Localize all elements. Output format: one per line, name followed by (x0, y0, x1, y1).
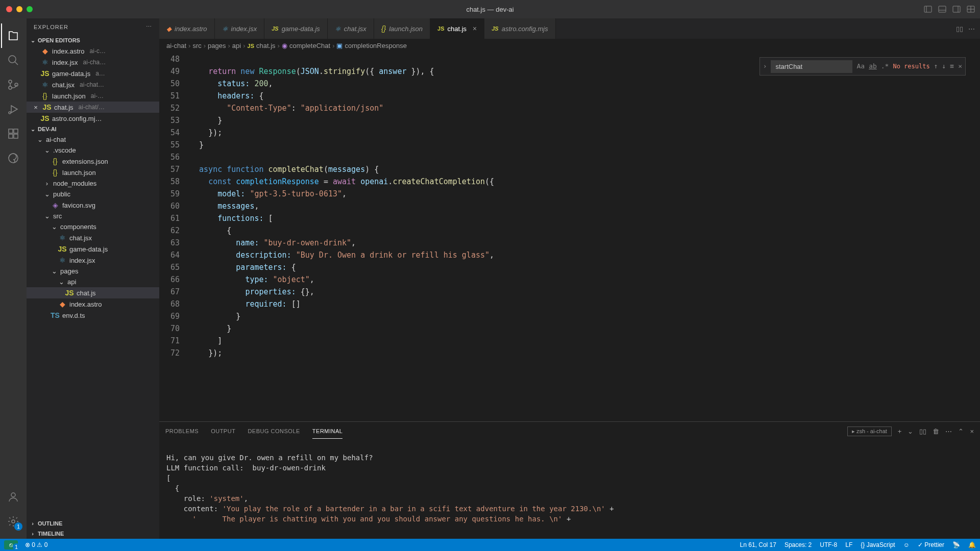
code-lines[interactable]: return new Response(JSON.stringify({ ans… (190, 53, 980, 421)
new-terminal-icon[interactable]: + (898, 428, 902, 435)
file-item[interactable]: ⚛index.jsx (27, 255, 159, 266)
folder-item[interactable]: ⌄ai-chat (27, 134, 159, 145)
prettier-status[interactable]: ✓ Prettier (918, 541, 944, 548)
file-item[interactable]: ◆index.astro (27, 298, 159, 310)
sidebar-header: EXPLORER ⋯ (27, 18, 159, 35)
edge-devtools-icon[interactable] (1, 146, 26, 170)
more-terminal-icon[interactable]: ⋯ (945, 428, 952, 435)
tab-astro-config[interactable]: JSastro.config.mjs (484, 18, 556, 39)
open-editor-item[interactable]: JSgame-data.jsa… (27, 68, 159, 79)
eol[interactable]: LF (845, 541, 852, 548)
indentation[interactable]: Spaces: 2 (785, 541, 812, 548)
toggle-panel-bottom-icon[interactable] (938, 5, 946, 13)
debug-console-tab[interactable]: DEBUG CONSOLE (248, 424, 300, 438)
astro-file-icon: ◆ (58, 300, 66, 308)
errors-warnings[interactable]: ⊗ 0 ⚠ 0 (25, 541, 47, 548)
sidebar-more-icon[interactable]: ⋯ (146, 23, 152, 30)
problems-tab[interactable]: PROBLEMS (165, 424, 199, 438)
open-editor-item[interactable]: ◆index.astroai-c… (27, 45, 159, 57)
cursor-position[interactable]: Ln 61, Col 17 (740, 541, 776, 548)
match-word-icon[interactable]: ab (869, 60, 877, 72)
js-file-icon: JS (248, 43, 254, 49)
breadcrumbs[interactable]: ai-chat› src› pages› api› JS chat.js› ◉ … (159, 39, 980, 53)
search-icon[interactable] (1, 48, 26, 72)
more-actions-icon[interactable]: ⋯ (968, 25, 975, 33)
extensions-icon[interactable] (1, 121, 26, 146)
file-item[interactable]: {}launch.json (27, 167, 159, 178)
folder-item[interactable]: ›node_modules (27, 178, 159, 189)
kill-terminal-icon[interactable]: 🗑 (933, 428, 939, 435)
find-expand-icon[interactable]: › (763, 60, 767, 72)
tab-game-data[interactable]: JSgame-data.js (264, 18, 328, 39)
panel-tabs: PROBLEMS OUTPUT DEBUG CONSOLE TERMINAL ▸… (159, 422, 980, 440)
toggle-panel-right-icon[interactable] (952, 5, 961, 13)
prev-match-icon[interactable]: ↑ (934, 60, 938, 72)
open-editor-item[interactable]: {}launch.jsonai-… (27, 90, 159, 102)
open-editor-item[interactable]: JSastro.config.mj… (27, 113, 159, 124)
notifications-icon[interactable]: 🔔 (968, 541, 976, 548)
open-editor-item[interactable]: ×JSchat.jsai-chat/… (27, 102, 159, 113)
file-item[interactable]: ⚛chat.jsx (27, 232, 159, 243)
folder-item[interactable]: ⌄.vscode (27, 145, 159, 156)
open-editor-item[interactable]: ⚛index.jsxai-cha… (27, 57, 159, 68)
close-icon[interactable]: × (32, 104, 40, 111)
close-find-icon[interactable]: × (958, 60, 962, 72)
tweet-feedback-icon[interactable]: 📡 (952, 541, 960, 548)
tab-index-jsx[interactable]: ⚛index.jsx (215, 18, 265, 39)
settings-gear-icon[interactable]: 1 (1, 509, 26, 534)
open-editors-section[interactable]: ⌄ OPEN EDITORS (27, 35, 159, 45)
folder-item[interactable]: ⌄pages (27, 266, 159, 277)
run-debug-icon[interactable] (1, 97, 26, 121)
editor-area: ◆index.astro ⚛index.jsx JSgame-data.js ⚛… (159, 18, 980, 539)
tab-index-astro[interactable]: ◆index.astro (159, 18, 215, 39)
source-control-icon[interactable] (1, 72, 26, 97)
split-terminal-icon[interactable]: ▯▯ (919, 428, 926, 435)
folder-item[interactable]: ⌄public (27, 189, 159, 199)
file-item[interactable]: {}extensions.json (27, 156, 159, 167)
match-case-icon[interactable]: Aa (856, 60, 865, 72)
close-tab-icon[interactable]: × (473, 24, 477, 33)
next-match-icon[interactable]: ↓ (942, 60, 946, 72)
editor-content[interactable]: › Aa ab .* No results ↑ ↓ ≡ × 4849505152… (159, 53, 980, 421)
file-item[interactable]: TSenv.d.ts (27, 310, 159, 321)
tab-chat-js[interactable]: JSchat.js× (430, 18, 484, 39)
tab-launch-json[interactable]: {}launch.json (374, 18, 430, 39)
customize-layout-icon[interactable] (967, 5, 975, 13)
language-mode[interactable]: {} JavaScript (861, 541, 895, 548)
terminal-content[interactable]: Hi, can you give Dr. owen a refill on my… (159, 440, 980, 539)
explorer-icon[interactable] (1, 23, 26, 48)
outline-section[interactable]: › OUTLINE (27, 518, 159, 529)
terminal-dropdown-icon[interactable]: ⌄ (908, 428, 913, 435)
file-item[interactable]: JSgame-data.js (27, 243, 159, 255)
close-panel-icon[interactable]: × (970, 428, 974, 435)
timeline-section[interactable]: › TIMELINE (27, 529, 159, 539)
jsx-file-icon: ⚛ (41, 58, 49, 66)
file-item[interactable]: JSchat.js (27, 287, 159, 298)
accounts-icon[interactable] (1, 485, 26, 509)
bottom-panel: PROBLEMS OUTPUT DEBUG CONSOLE TERMINAL ▸… (159, 421, 980, 539)
remote-indicator[interactable]: ⎋ (4, 540, 18, 549)
file-item[interactable]: ◈favicon.svg (27, 199, 159, 211)
open-editor-item[interactable]: ⚛chat.jsxai-chat… (27, 79, 159, 90)
window-title: chat.js — dev-ai (466, 6, 513, 13)
split-editor-icon[interactable]: ▯▯ (956, 25, 963, 33)
minimize-window[interactable] (16, 6, 22, 12)
regex-icon[interactable]: .* (881, 60, 889, 72)
project-section[interactable]: ⌄ DEV-AI (27, 124, 159, 134)
folder-item[interactable]: ⌄api (27, 277, 159, 287)
find-in-selection-icon[interactable]: ≡ (950, 60, 954, 72)
folder-item[interactable]: ⌄components (27, 221, 159, 232)
tab-chat-jsx[interactable]: ⚛chat.jsx (328, 18, 374, 39)
output-tab[interactable]: OUTPUT (211, 424, 235, 438)
folder-item[interactable]: ⌄src (27, 211, 159, 221)
toggle-panel-left-icon[interactable] (924, 5, 932, 13)
terminal-shell-label[interactable]: ▸ zsh - ai-chat (847, 427, 892, 436)
encoding[interactable]: UTF-8 (820, 541, 837, 548)
find-input[interactable] (771, 60, 852, 73)
terminal-tab[interactable]: TERMINAL (312, 424, 343, 439)
chevron-right-icon: › (44, 181, 50, 187)
maximize-panel-icon[interactable]: ⌃ (958, 428, 964, 435)
feedback-icon[interactable]: ☺ (903, 541, 910, 548)
maximize-window[interactable] (27, 6, 33, 12)
close-window[interactable] (6, 6, 12, 12)
